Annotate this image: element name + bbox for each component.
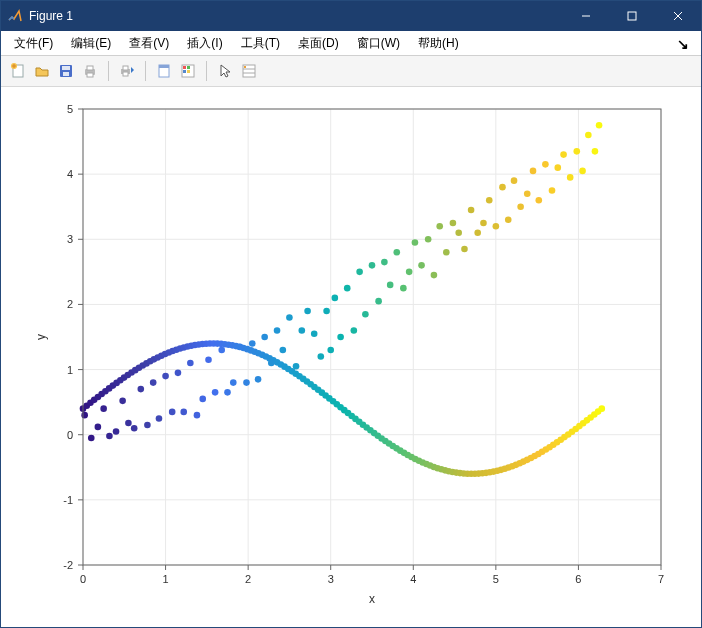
x-axis-label: x (369, 592, 375, 606)
svg-text:6: 6 (575, 573, 581, 585)
svg-point-222 (323, 308, 330, 315)
svg-point-213 (268, 360, 275, 367)
menu-view[interactable]: 查看(V) (120, 33, 178, 54)
scatter-plot[interactable]: 01234567-2-1012345xy (1, 87, 701, 627)
svg-point-184 (88, 435, 95, 442)
svg-point-187 (106, 433, 113, 440)
save-icon[interactable] (55, 60, 77, 82)
svg-point-229 (362, 311, 369, 318)
svg-point-250 (493, 223, 500, 230)
svg-point-265 (585, 132, 592, 139)
svg-text:3: 3 (67, 233, 73, 245)
svg-rect-14 (123, 72, 128, 76)
svg-point-241 (436, 223, 443, 230)
menu-insert[interactable]: 插入(I) (178, 33, 231, 54)
menubar: 文件(F) 编辑(E) 查看(V) 插入(I) 工具(T) 桌面(D) 窗口(W… (1, 31, 701, 56)
pointer-icon[interactable] (214, 60, 236, 82)
menu-edit[interactable]: 编辑(E) (62, 33, 120, 54)
svg-point-247 (474, 229, 481, 236)
svg-point-225 (337, 334, 344, 341)
svg-rect-8 (63, 72, 69, 76)
svg-text:0: 0 (80, 573, 86, 585)
svg-point-258 (542, 161, 549, 168)
toolbar-separator (206, 61, 207, 81)
svg-point-205 (218, 347, 225, 354)
svg-point-260 (554, 164, 561, 171)
svg-point-182 (599, 405, 606, 412)
svg-point-224 (332, 295, 339, 302)
properties-icon[interactable] (238, 60, 260, 82)
minimize-button[interactable] (563, 1, 609, 31)
dock-arrow-icon[interactable]: ↘ (669, 34, 697, 52)
svg-point-212 (261, 334, 268, 341)
svg-point-232 (381, 259, 388, 266)
svg-point-188 (113, 428, 120, 435)
matlab-icon (7, 8, 23, 24)
svg-point-252 (505, 216, 512, 223)
svg-point-185 (95, 424, 102, 431)
svg-point-193 (144, 422, 151, 429)
svg-rect-19 (187, 66, 190, 69)
svg-rect-10 (87, 66, 93, 70)
svg-point-251 (499, 184, 506, 191)
svg-point-183 (81, 412, 88, 419)
svg-point-243 (450, 220, 457, 227)
svg-point-236 (406, 269, 413, 276)
svg-point-210 (249, 340, 256, 347)
svg-point-195 (156, 415, 163, 422)
svg-point-262 (567, 174, 574, 181)
svg-point-217 (293, 363, 300, 370)
figure-axes-area[interactable]: 01234567-2-1012345xy (1, 87, 701, 627)
svg-point-254 (517, 203, 524, 210)
figure-window: Figure 1 文件(F) 编辑(E) 查看(V) 插入(I) 工具(T) 桌… (0, 0, 702, 628)
svg-point-207 (230, 379, 237, 386)
svg-text:-2: -2 (63, 559, 73, 571)
svg-point-235 (400, 285, 407, 292)
new-figure-icon[interactable] (7, 60, 29, 82)
svg-point-228 (356, 269, 363, 276)
menu-file[interactable]: 文件(F) (5, 33, 62, 54)
svg-text:2: 2 (67, 298, 73, 310)
svg-point-242 (443, 249, 450, 256)
print-preview-icon[interactable] (116, 60, 138, 82)
menu-desktop[interactable]: 桌面(D) (289, 33, 348, 54)
svg-point-231 (375, 298, 382, 305)
maximize-button[interactable] (609, 1, 655, 31)
close-button[interactable] (655, 1, 701, 31)
svg-point-230 (369, 262, 376, 269)
svg-point-218 (299, 327, 306, 334)
window-title: Figure 1 (29, 9, 73, 23)
svg-point-206 (224, 389, 231, 396)
link-icon[interactable] (153, 60, 175, 82)
print-icon[interactable] (79, 60, 101, 82)
svg-point-248 (480, 220, 487, 227)
svg-rect-7 (62, 66, 70, 70)
titlebar[interactable]: Figure 1 (1, 1, 701, 31)
svg-point-226 (344, 285, 351, 292)
svg-point-238 (418, 262, 425, 269)
open-icon[interactable] (31, 60, 53, 82)
svg-point-223 (327, 347, 334, 354)
svg-point-191 (131, 425, 138, 432)
svg-point-244 (455, 229, 462, 236)
svg-point-203 (205, 357, 212, 364)
svg-point-220 (311, 330, 318, 337)
svg-text:-1: -1 (63, 494, 73, 506)
svg-point-198 (175, 370, 182, 377)
svg-point-246 (468, 207, 475, 214)
svg-point-221 (318, 353, 325, 360)
menu-window[interactable]: 窗口(W) (348, 33, 409, 54)
svg-point-259 (549, 187, 556, 194)
svg-text:1: 1 (67, 364, 73, 376)
svg-point-216 (286, 314, 293, 321)
svg-rect-18 (183, 66, 186, 69)
menu-tools[interactable]: 工具(T) (232, 33, 289, 54)
svg-rect-1 (628, 12, 636, 20)
svg-point-200 (187, 360, 194, 367)
svg-point-240 (431, 272, 438, 279)
svg-point-267 (596, 122, 603, 129)
svg-text:5: 5 (67, 103, 73, 115)
colorbar-icon[interactable] (177, 60, 199, 82)
menu-help[interactable]: 帮助(H) (409, 33, 468, 54)
svg-text:3: 3 (328, 573, 334, 585)
